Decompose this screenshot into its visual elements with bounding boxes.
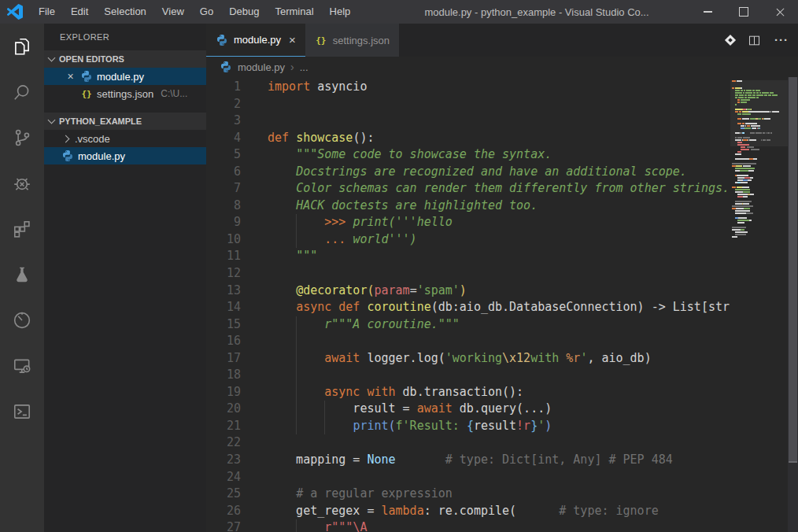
python-file-icon <box>216 34 228 46</box>
line-number[interactable]: 1 <box>206 79 268 96</box>
scrollbar-thumb[interactable] <box>789 77 797 463</box>
tab-settings-json[interactable]: {} settings.json <box>305 24 399 57</box>
split-editor-icon[interactable] <box>748 34 761 47</box>
search-icon[interactable] <box>0 69 44 115</box>
menu-item-file[interactable]: File <box>31 0 63 24</box>
code-line-23[interactable]: 23 mapping = None # type: Dict[int, Any]… <box>206 452 730 469</box>
source-control-icon[interactable] <box>0 115 44 161</box>
line-number[interactable]: 3 <box>206 113 268 130</box>
menu-item-help[interactable]: Help <box>322 0 359 24</box>
line-number[interactable]: 17 <box>206 350 268 368</box>
code-line-5[interactable]: 5 """Some code to showcase the syntax. <box>206 146 730 164</box>
line-number[interactable]: 13 <box>206 283 268 300</box>
code-line-20[interactable]: 20 result = await db.query(...) <box>206 401 730 418</box>
code-line-7[interactable]: 7 Color schemas can render them differen… <box>206 180 730 198</box>
code-area[interactable]: 1import asyncio234def showcase():5 """So… <box>206 79 730 532</box>
code-line-27[interactable]: 27 r"""\A <box>206 519 730 532</box>
line-number[interactable]: 21 <box>206 418 268 435</box>
code-line-11[interactable]: 11 """ <box>206 248 730 265</box>
activity-bar <box>0 24 44 532</box>
extensions-icon[interactable] <box>0 206 44 252</box>
code-line-12[interactable]: 12 <box>206 265 730 283</box>
code-line-22[interactable]: 22 <box>206 434 730 452</box>
code-line-3[interactable]: 3 <box>206 113 730 130</box>
code-line-15[interactable]: 15 r"""A coroutine.""" <box>206 316 730 334</box>
menu-item-edit[interactable]: Edit <box>63 0 96 24</box>
code-line-24[interactable]: 24 <box>206 469 730 486</box>
code-line-16[interactable]: 16 <box>206 333 730 350</box>
tree-item-module-py[interactable]: module.py <box>44 147 206 164</box>
code-line-14[interactable]: 14 async def coroutine(db:aio_db.Databas… <box>206 299 730 316</box>
code-line-26[interactable]: 26 get_regex = lambda: re.compile( # typ… <box>206 503 730 520</box>
debug-icon[interactable] <box>0 161 44 206</box>
code-line-4[interactable]: 4def showcase(): <box>206 130 730 147</box>
line-number[interactable]: 16 <box>206 333 268 350</box>
more-actions-icon[interactable]: ··· <box>774 36 789 44</box>
minimap[interactable] <box>730 80 788 532</box>
breadcrumb-file[interactable]: module.py <box>238 61 285 73</box>
line-number[interactable]: 22 <box>206 434 268 452</box>
line-number[interactable]: 5 <box>206 146 268 164</box>
section-label: OPEN EDITORS <box>59 54 124 64</box>
section-python-example[interactable]: PYTHON_EXAMPLE <box>44 113 206 130</box>
line-number[interactable]: 2 <box>206 96 268 113</box>
code-line-18[interactable]: 18 <box>206 367 730 384</box>
maximize-button[interactable] <box>726 0 762 24</box>
line-number[interactable]: 27 <box>206 519 268 532</box>
vscode-logo-icon[interactable] <box>7 4 23 20</box>
line-number[interactable]: 15 <box>206 316 268 334</box>
line-number[interactable]: 19 <box>206 384 268 401</box>
line-number[interactable]: 4 <box>206 130 268 147</box>
code-line-19[interactable]: 19 async with db.transaction(): <box>206 384 730 401</box>
diamond-icon[interactable] <box>725 35 736 46</box>
menu-item-debug[interactable]: Debug <box>221 0 267 24</box>
vertical-scrollbar[interactable] <box>788 77 798 532</box>
json-file-icon: {} <box>315 34 327 46</box>
code-editor[interactable]: 1import asyncio234def showcase():5 """So… <box>206 77 798 532</box>
tree-item-label: .vscode <box>75 133 110 145</box>
menu-item-selection[interactable]: Selection <box>96 0 153 24</box>
line-number[interactable]: 11 <box>206 248 268 265</box>
explorer-icon[interactable] <box>0 24 44 69</box>
tab-module-py[interactable]: module.py × <box>206 24 305 57</box>
line-number[interactable]: 9 <box>206 214 268 231</box>
line-number[interactable]: 20 <box>206 401 268 418</box>
open-editor-module-py[interactable]: × module.py <box>44 68 206 85</box>
code-line-8[interactable]: 8 HACK doctests are highlighted too. <box>206 198 730 215</box>
menu-item-go[interactable]: Go <box>192 0 221 24</box>
breadcrumb-symbol[interactable]: ... <box>300 61 308 73</box>
line-number[interactable]: 26 <box>206 503 268 520</box>
code-line-10[interactable]: 10 ... world''') <box>206 231 730 249</box>
code-line-25[interactable]: 25 # a regular expression <box>206 486 730 503</box>
line-number[interactable]: 7 <box>206 180 268 198</box>
line-number[interactable]: 14 <box>206 299 268 316</box>
menu-item-terminal[interactable]: Terminal <box>267 0 321 24</box>
code-line-9[interactable]: 9 >>> print('''hello <box>206 214 730 231</box>
close-button[interactable] <box>762 0 798 24</box>
close-editor-icon[interactable]: × <box>65 70 76 83</box>
line-number[interactable]: 12 <box>206 265 268 283</box>
section-open-editors[interactable]: OPEN EDITORS <box>44 50 206 68</box>
code-line-21[interactable]: 21 print(f'Result: {result!r}') <box>206 418 730 435</box>
terminal-icon[interactable] <box>0 389 44 434</box>
line-number[interactable]: 8 <box>206 198 268 215</box>
remote-display-icon[interactable] <box>0 343 44 389</box>
line-number[interactable]: 25 <box>206 486 268 503</box>
code-line-13[interactable]: 13 @decorator(param='spam') <box>206 283 730 300</box>
gauge-icon[interactable] <box>0 297 44 343</box>
line-number[interactable]: 23 <box>206 452 268 469</box>
line-number[interactable]: 18 <box>206 367 268 384</box>
code-line-17[interactable]: 17 await logger.log('working\x12with %r'… <box>206 350 730 368</box>
minimize-button[interactable] <box>689 0 726 24</box>
line-number[interactable]: 24 <box>206 469 268 486</box>
test-beaker-icon[interactable] <box>0 252 44 297</box>
code-line-1[interactable]: 1import asyncio <box>206 79 730 96</box>
code-line-2[interactable]: 2 <box>206 96 730 113</box>
open-editor-settings-json[interactable]: {} settings.json C:\U... <box>44 85 206 102</box>
line-number[interactable]: 10 <box>206 231 268 249</box>
code-line-6[interactable]: 6 Docstrings are recognized and have an … <box>206 164 730 181</box>
line-number[interactable]: 6 <box>206 164 268 181</box>
tab-close-icon[interactable]: × <box>289 33 296 46</box>
menu-item-view[interactable]: View <box>154 0 192 24</box>
tree-item-vscode-folder[interactable]: .vscode <box>44 130 206 147</box>
